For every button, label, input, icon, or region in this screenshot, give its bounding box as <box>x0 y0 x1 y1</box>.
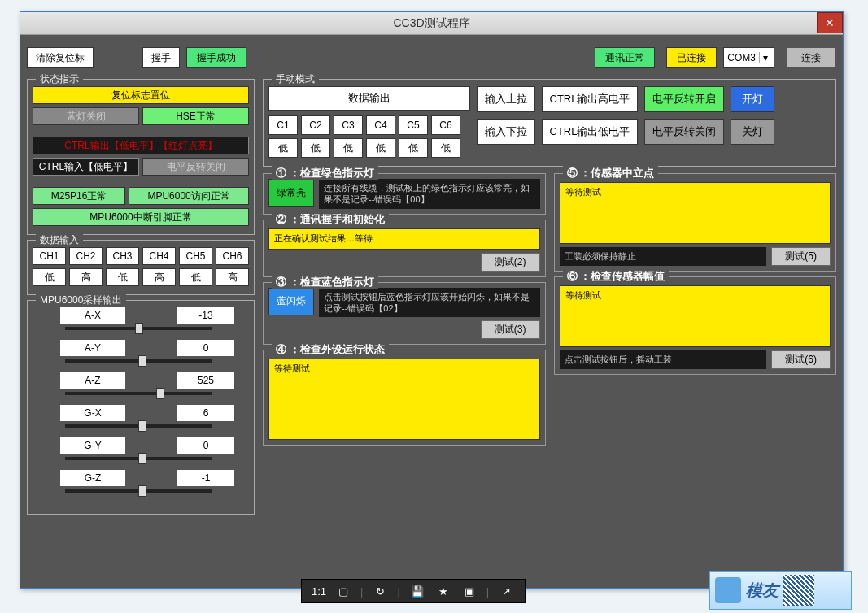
chevron-down-icon: ▾ <box>759 52 770 63</box>
test-2-button[interactable]: 测试(2) <box>481 253 540 272</box>
status-panel-title: 状态指示 <box>36 72 83 86</box>
mpu-2-slider[interactable] <box>65 392 212 395</box>
step-2-result: 正在确认测试结果…等待 <box>268 228 540 250</box>
comm-status: 通讯正常 <box>595 47 655 68</box>
mpu-row-g-y: G-Y 0 <box>33 437 249 454</box>
zoom-ratio: 1:1 <box>312 585 326 598</box>
logo-icon <box>715 577 741 603</box>
manual-panel: 手动模式 数据输出 C1 C2 C3 C4 C5 C6 <box>263 79 836 167</box>
step-6-result: 等待测试 <box>560 285 831 347</box>
step-2-title: ② ：通讯握手和初始化 <box>272 212 389 227</box>
ch1-val: 低 <box>33 268 66 286</box>
rotate-icon[interactable]: ↻ <box>371 582 389 600</box>
mpu-5-slider[interactable] <box>65 489 212 493</box>
viewer-toolbar: 1:1 ▢ | ↻ | 💾 ★ ▣ | ↗ <box>301 579 526 603</box>
mpu-1-slider[interactable] <box>65 359 212 363</box>
mpu-row-a-z: A-Z 525 <box>33 372 249 389</box>
step-5-info: 工装必须保持静止 <box>560 247 767 266</box>
mpu-4-slider[interactable] <box>65 457 212 460</box>
ctrl-out-status: CTRL输出【低电平】【红灯点亮】 <box>33 137 249 154</box>
ctrl-lo-button[interactable]: CTRL输出低电平 <box>542 119 638 145</box>
ctrl-in-status: CTRL输入【低电平】 <box>33 158 139 176</box>
c3-button[interactable]: C3 <box>334 115 363 135</box>
mpu-5-value: -1 <box>177 470 234 486</box>
mpu-1-label: A-Y <box>60 340 125 356</box>
test-5-button[interactable]: 测试(5) <box>771 247 831 266</box>
input-pulldown-button[interactable]: 输入下拉 <box>477 119 535 145</box>
light-off-button[interactable]: 关灯 <box>731 119 774 145</box>
save-icon[interactable]: 💾 <box>408 582 426 600</box>
test-3-button[interactable]: 测试(3) <box>481 320 540 339</box>
c1-button[interactable]: C1 <box>268 115 298 135</box>
mpu-2-value: 525 <box>177 372 234 389</box>
mpu-row-a-x: A-X -13 <box>33 307 249 324</box>
c4-button[interactable]: C4 <box>366 115 395 135</box>
fit-icon[interactable]: ▢ <box>334 582 352 600</box>
step-6-info: 点击测试按钮后，摇动工装 <box>560 350 767 369</box>
star-icon[interactable]: ★ <box>434 582 452 600</box>
step-4: ④ ：检查外设运行状态 等待测试 <box>263 350 546 446</box>
mpu-4-value: 0 <box>177 437 234 454</box>
manual-panel-title: 手动模式 <box>272 72 319 86</box>
mpu-2-label: A-Z <box>60 372 125 389</box>
reset-flag-status: 复位标志置位 <box>33 86 249 104</box>
step-1-title: ① ：检查绿色指示灯 <box>272 166 378 180</box>
connect-button[interactable]: 连接 <box>786 47 836 68</box>
hse-status: HSE正常 <box>142 107 249 125</box>
mpu-int-status: MPU6000中断引脚正常 <box>33 208 249 226</box>
mpu-5-label: G-Z <box>60 470 125 486</box>
qr-icon <box>783 575 814 606</box>
handshake-button[interactable]: 握手 <box>142 47 180 68</box>
share-icon[interactable]: ↗ <box>497 582 515 600</box>
ctrl-hi-button[interactable]: CTRL输出高电平 <box>542 86 638 112</box>
stop-icon[interactable]: ▣ <box>460 582 478 600</box>
step-5-title: ⑤ ：传感器中立点 <box>563 166 659 180</box>
mpu-0-value: -13 <box>177 307 234 324</box>
step-4-result: 等待测试 <box>268 359 540 440</box>
c5-lo[interactable]: 低 <box>399 138 428 158</box>
c2-lo[interactable]: 低 <box>301 138 330 158</box>
clear-reset-button[interactable]: 清除复位标 <box>27 47 94 68</box>
test-6-button[interactable]: 测试(6) <box>771 350 831 369</box>
c3-lo[interactable]: 低 <box>334 138 363 158</box>
mpu-row-g-x: G-X 6 <box>33 405 249 421</box>
c6-lo[interactable]: 低 <box>431 138 460 158</box>
c5-button[interactable]: C5 <box>399 115 428 135</box>
connection-status: 已连接 <box>666 47 717 68</box>
mpu-3-value: 6 <box>177 405 234 421</box>
ch2-val: 高 <box>69 268 103 286</box>
c4-lo[interactable]: 低 <box>366 138 395 158</box>
data-out-button[interactable]: 数据输出 <box>268 86 470 111</box>
ch4-label: CH4 <box>142 247 176 265</box>
ch4-val: 高 <box>142 268 176 286</box>
ch5-label: CH5 <box>179 247 212 265</box>
step-1-desc: 连接所有线缆，测试板上的绿色指示灯应该常亮，如果不是记录--错误码【00】 <box>319 179 540 209</box>
c2-button[interactable]: C2 <box>301 115 330 135</box>
step-1: ① ：检查绿色指示灯 绿常亮 连接所有线缆，测试板上的绿色指示灯应该常亮，如果不… <box>263 173 546 215</box>
port-combo[interactable]: COM3▾ <box>723 47 774 68</box>
ch3-label: CH3 <box>106 247 139 265</box>
c1-lo[interactable]: 低 <box>268 138 298 158</box>
input-pullup-button[interactable]: 输入上拉 <box>477 86 535 112</box>
step-6: ⑥ ：检查传感器幅值 等待测试 点击测试按钮后，摇动工装 测试(6) <box>554 276 837 375</box>
port-value: COM3 <box>727 52 756 63</box>
level-inv-off-button[interactable]: 电平反转关闭 <box>644 119 724 145</box>
handshake-ok-status: 握手成功 <box>186 47 246 68</box>
light-on-button[interactable]: 开灯 <box>731 86 774 112</box>
mpu-access-status: MPU6000访问正常 <box>129 187 249 205</box>
blue-led-status: 蓝灯关闭 <box>33 107 139 125</box>
window-title: CC3D测试程序 <box>393 16 469 31</box>
ch6-val: 高 <box>216 268 249 286</box>
top-toolbar: 清除复位标 握手 握手成功 通讯正常 已连接 COM3▾ 连接 <box>27 41 836 74</box>
data-input-panel: 数据输入 CH1 CH2 CH3 CH4 CH5 CH6 低 高 低 高 <box>27 240 255 295</box>
mpu-0-slider[interactable] <box>65 327 212 330</box>
level-inv-on-button[interactable]: 电平反转开启 <box>644 86 724 112</box>
step-4-title: ④ ：检查外设运行状态 <box>272 342 389 357</box>
mpu-3-label: G-X <box>60 405 125 421</box>
mpu-row-a-y: A-Y 0 <box>33 340 249 356</box>
step-3-tag: 蓝闪烁 <box>268 288 314 315</box>
c6-button[interactable]: C6 <box>431 115 460 135</box>
close-button[interactable]: ✕ <box>817 12 843 33</box>
mpu-3-slider[interactable] <box>65 424 212 428</box>
m25p16-status: M25P16正常 <box>33 187 125 205</box>
